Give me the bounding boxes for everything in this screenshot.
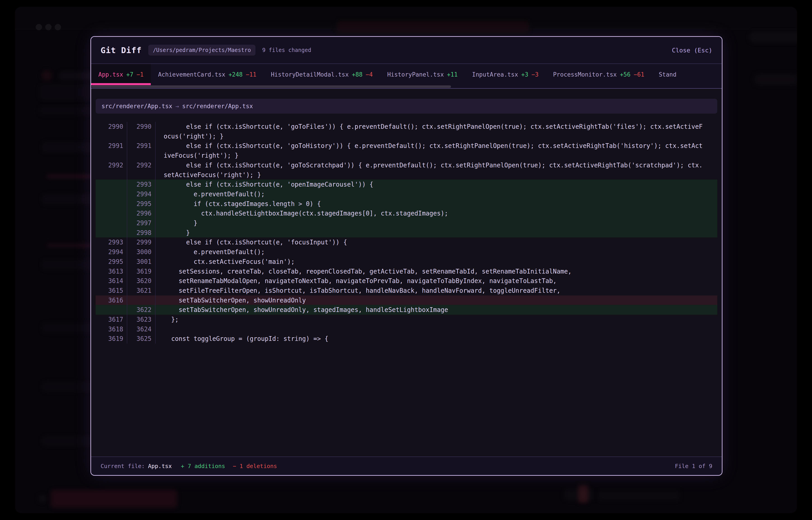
code-line: else if (ctx.isShortcut(e, 'goToScratchp… <box>155 160 717 180</box>
diff-row: 36143620 setRenameTabModalOpen, navigate… <box>96 276 717 286</box>
tab-file-name: App.tsx <box>98 71 123 78</box>
old-line-number <box>96 180 127 189</box>
old-line-number: 2994 <box>96 247 127 257</box>
old-line-number <box>96 208 127 218</box>
code-line: e.preventDefault(); <box>155 189 717 199</box>
code-line: else if (ctx.isShortcut(e, 'goToFiles'))… <box>155 122 717 141</box>
current-file-name: App.tsx <box>148 463 172 469</box>
repo-path-badge: /Users/pedram/Projects/Maestro <box>148 45 255 56</box>
diff-rows: 29902990 else if (ctx.isShortcut(e, 'goT… <box>96 122 717 344</box>
additions-count: + 7 additions <box>181 463 225 469</box>
new-line-number: 2994 <box>127 189 155 199</box>
diff-row: 2994 e.preventDefault(); <box>96 189 717 199</box>
code-line <box>155 324 717 334</box>
diff-tab-app-tsx[interactable]: App.tsx+7−1 <box>91 64 151 85</box>
tab-file-name: HistoryPanel.tsx <box>387 71 444 78</box>
code-line: else if (ctx.isShortcut(e, 'openImageCar… <box>155 180 717 189</box>
code-line: if (ctx.stagedImages.length > 0) { <box>155 199 717 209</box>
old-line-number: 2995 <box>96 257 127 266</box>
arrow-right-icon: → <box>175 103 179 109</box>
new-line-number: 3622 <box>127 305 155 315</box>
old-line-number <box>96 199 127 209</box>
new-line-number: 2998 <box>127 228 155 238</box>
close-button[interactable]: Close (Esc) <box>672 47 712 54</box>
modal-footer: Current file: App.tsx + 7 additions − 1 … <box>91 457 722 475</box>
diff-row: 36193625 const toggleGroup = (groupId: s… <box>96 334 717 344</box>
tab-additions: +7 <box>126 71 133 78</box>
old-line-number: 3617 <box>96 315 127 324</box>
diff-tab-processmonitor-tsx[interactable]: ProcessMonitor.tsx+56−61 <box>546 64 651 85</box>
old-line-number: 3616 <box>96 295 127 305</box>
code-line: else if (ctx.isShortcut(e, 'focusInput')… <box>155 237 717 247</box>
files-changed-count: 9 files changed <box>262 47 311 53</box>
old-line-number <box>96 189 127 199</box>
code-line: } <box>155 218 717 228</box>
diff-row: 36173623 }; <box>96 315 717 324</box>
diff-tab-historydetailmodal-tsx[interactable]: HistoryDetailModal.tsx+88−4 <box>264 64 380 85</box>
current-file-label: Current file: <box>101 463 145 469</box>
code-line: setTabSwitcherOpen, showUnreadOnly, stag… <box>155 305 717 315</box>
diff-row: 2993 else if (ctx.isShortcut(e, 'openIma… <box>96 180 717 189</box>
diff-tab-historypanel-tsx[interactable]: HistoryPanel.tsx+11 <box>380 64 465 85</box>
old-line-number: 3614 <box>96 276 127 286</box>
new-line-number: 2997 <box>127 218 155 228</box>
diff-row: 36183624 <box>96 324 717 334</box>
active-tab-underline <box>91 83 151 85</box>
code-line: setSessions, createTab, closeTab, reopen… <box>155 266 717 276</box>
tab-scrollbar[interactable] <box>91 85 722 89</box>
tab-file-name: ProcessMonitor.tsx <box>553 71 617 78</box>
diff-row: 29922992 else if (ctx.isShortcut(e, 'goT… <box>96 160 717 180</box>
diff-file-tabs: App.tsx+7−1AchievementCard.tsx+248−11His… <box>91 64 722 85</box>
diff-tab-achievementcard-tsx[interactable]: AchievementCard.tsx+248−11 <box>151 64 264 85</box>
old-line-number: 2990 <box>96 122 127 141</box>
code-line: e.preventDefault(); <box>155 247 717 257</box>
new-line-number: 2991 <box>127 141 155 160</box>
file-path-from: src/renderer/App.tsx <box>101 103 172 109</box>
old-line-number: 3613 <box>96 266 127 276</box>
code-line: const toggleGroup = (groupId: string) =>… <box>155 334 717 344</box>
old-line-number <box>96 305 127 315</box>
code-line: setRenameTabModalOpen, navigateToNextTab… <box>155 276 717 286</box>
diff-row: 2997 } <box>96 218 717 228</box>
deletions-count: − 1 deletions <box>233 463 277 469</box>
old-line-number: 3618 <box>96 324 127 334</box>
tab-additions: +88 <box>352 71 363 78</box>
code-line: else if (ctx.isShortcut(e, 'goToHistory'… <box>155 141 717 160</box>
code-line: setTabSwitcherOpen, showUnreadOnly <box>155 295 717 305</box>
diff-row: 3622 setTabSwitcherOpen, showUnreadOnly,… <box>96 305 717 315</box>
file-path-to: src/renderer/App.tsx <box>182 103 253 109</box>
old-line-number: 2993 <box>96 237 127 247</box>
diff-row: 2998 } <box>96 228 717 238</box>
diff-content: src/renderer/App.tsx → src/renderer/App.… <box>91 89 722 457</box>
diff-row: 3616 setTabSwitcherOpen, showUnreadOnly <box>96 295 717 305</box>
git-diff-modal: Git Diff /Users/pedram/Projects/Maestro … <box>91 36 722 476</box>
old-line-number: 2992 <box>96 160 127 180</box>
tab-file-name: AchievementCard.tsx <box>158 71 225 78</box>
diff-tab-inputarea-tsx[interactable]: InputArea.tsx+3−3 <box>465 64 546 85</box>
diff-row: 29943000 e.preventDefault(); <box>96 247 717 257</box>
code-line: }; <box>155 315 717 324</box>
file-path-header: src/renderer/App.tsx → src/renderer/App.… <box>96 99 717 113</box>
new-line-number: 3621 <box>127 286 155 295</box>
diff-row: 36133619 setSessions, createTab, closeTa… <box>96 266 717 276</box>
code-line: setFileTreeFilterOpen, isShortcut, isTab… <box>155 286 717 295</box>
diff-row: 2996 ctx.handleSetLightboxImage(ctx.stag… <box>96 208 717 218</box>
new-line-number: 3624 <box>127 324 155 334</box>
tab-deletions: −1 <box>137 71 144 78</box>
new-line-number: 3000 <box>127 247 155 257</box>
tab-scrollbar-track <box>91 88 722 89</box>
tab-additions: +11 <box>447 71 458 78</box>
old-line-number <box>96 228 127 238</box>
old-line-number <box>96 218 127 228</box>
tab-deletions: −61 <box>634 71 644 78</box>
new-line-number: 3623 <box>127 315 155 324</box>
new-line-number <box>127 295 155 305</box>
new-line-number: 2995 <box>127 199 155 209</box>
old-line-number: 2991 <box>96 141 127 160</box>
tab-file-name: HistoryDetailModal.tsx <box>271 71 349 78</box>
modal-title: Git Diff <box>101 46 142 55</box>
new-line-number: 3001 <box>127 257 155 266</box>
diff-tab-stand[interactable]: Stand <box>651 64 684 85</box>
new-line-number: 2992 <box>127 160 155 180</box>
tab-scrollbar-thumb[interactable] <box>92 85 451 88</box>
